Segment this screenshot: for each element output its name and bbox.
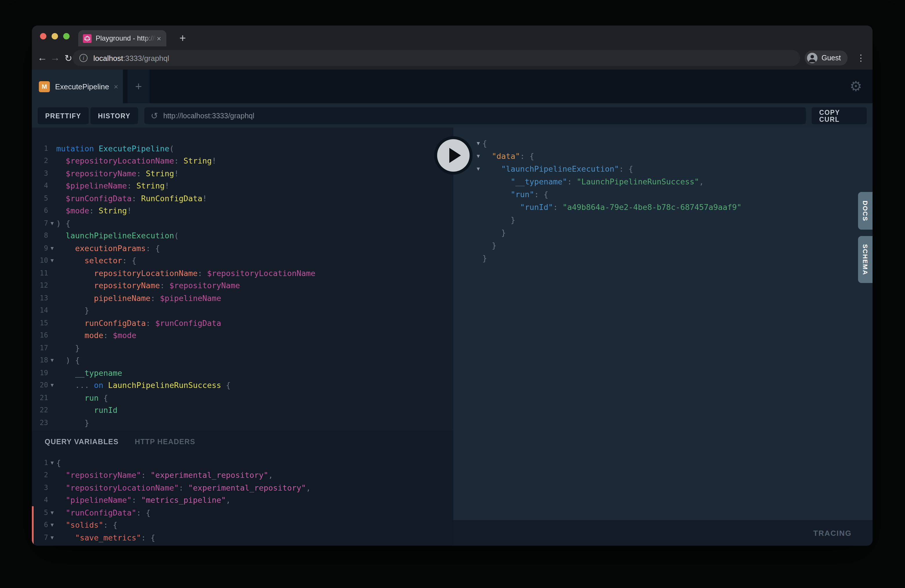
code-line: 7▼) { (32, 217, 453, 229)
line-number: 9 (37, 244, 48, 252)
line-number: 23 (37, 419, 48, 427)
line-number: 8 (37, 232, 48, 240)
line-number: 1 (37, 145, 48, 153)
window-controls (40, 33, 70, 40)
code-line: 3 $repositoryName: String! (32, 167, 453, 180)
schema-side-tab[interactable]: SCHEMA (858, 236, 873, 283)
line-number: 6 (37, 207, 48, 215)
graphql-favicon-icon (83, 34, 92, 43)
fold-arrow-icon[interactable]: ▼ (474, 140, 483, 146)
playground-toolbar: PRETTIFY HISTORY ↺ http://localhost:3333… (32, 103, 873, 127)
play-icon (449, 148, 461, 163)
code-line: 7▼ "save_metrics": { (32, 531, 453, 544)
code-line: ▼ "launchPipelineExecution": { (453, 162, 873, 175)
browser-tab[interactable]: Playground - http://localhost:3 × (78, 30, 167, 46)
code-line: } (453, 239, 873, 252)
prettify-button[interactable]: PRETTIFY (38, 107, 89, 124)
settings-gear-icon[interactable]: ⚙ (849, 70, 862, 103)
line-number: 22 (37, 406, 48, 414)
line-number: 20 (37, 381, 48, 389)
fold-arrow-icon[interactable]: ▼ (48, 522, 56, 528)
fold-arrow-icon[interactable]: ▼ (48, 358, 56, 363)
browser-menu-icon[interactable]: ⋮ (853, 46, 869, 70)
line-number: 2 (37, 157, 48, 165)
fold-arrow-icon[interactable]: ▼ (474, 153, 483, 159)
playground-tab-executepipeline[interactable]: M ExecutePipeline × (32, 70, 123, 103)
line-number: 4 (37, 496, 48, 504)
play-circle (437, 139, 470, 172)
line-number: 10 (37, 257, 48, 265)
line-number: 13 (37, 294, 48, 302)
browser-tab-title: Playground - http://localhost:3 (96, 34, 156, 42)
profile-button[interactable]: Guest (805, 51, 848, 65)
code-line: 16 mode: $mode (32, 329, 453, 342)
playground-tab-bar: M ExecutePipeline × + ⚙ (32, 70, 873, 103)
tab-query-variables[interactable]: QUERY VARIABLES (44, 438, 119, 446)
fold-arrow-icon[interactable]: ▼ (48, 460, 56, 466)
code-line: "runId": "a49b864a-79e2-4be8-b78c-687457… (453, 201, 873, 213)
graphql-playground: M ExecutePipeline × + ⚙ PRETTIFY HISTORY… (32, 70, 873, 546)
code-line: 13 pipelineName: $pipelineName (32, 292, 453, 304)
code-line: "__typename": "LaunchPipelineRunSuccess"… (453, 175, 873, 188)
code-line: 18▼ ) { (32, 354, 453, 367)
endpoint-input[interactable]: ↺ http://localhost:3333/graphql (144, 107, 806, 124)
execute-button[interactable] (434, 136, 473, 175)
minimize-window-button[interactable] (52, 33, 58, 40)
code-line: 5▼ "runConfigData": { (32, 506, 453, 519)
endpoint-history-icon[interactable]: ↺ (151, 110, 158, 121)
line-number: 3 (37, 169, 48, 178)
variables-editor[interactable]: 1▼{2 "repositoryName": "experimental_rep… (32, 453, 453, 544)
line-number: 12 (37, 281, 48, 290)
site-info-icon[interactable]: i (79, 54, 87, 62)
fold-arrow-icon[interactable]: ▼ (48, 220, 56, 226)
new-tab-button[interactable]: + (175, 30, 191, 46)
code-line: 6 $mode: String! (32, 204, 453, 217)
close-window-button[interactable] (40, 33, 46, 40)
code-line: 17 } (32, 342, 453, 354)
copy-curl-button[interactable]: COPY CURL (812, 107, 867, 124)
code-line: 2 $repositoryLocationName: String! (32, 154, 453, 167)
fold-arrow-icon[interactable]: ▼ (48, 383, 56, 388)
line-number: 15 (37, 319, 48, 327)
fold-arrow-icon[interactable]: ▼ (48, 245, 56, 251)
code-line: "run": { (453, 188, 873, 201)
tab-http-headers[interactable]: HTTP HEADERS (135, 438, 195, 446)
code-line: 20▼ ... on LaunchPipelineRunSuccess { (32, 379, 453, 391)
zoom-window-button[interactable] (63, 33, 70, 40)
forward-icon[interactable]: → (48, 46, 62, 70)
url-text: localhost:3333/graphql (93, 54, 169, 62)
playground-tab-title: ExecutePipeline (55, 82, 109, 91)
line-number: 5 (37, 509, 48, 516)
tracing-toggle[interactable]: TRACING (453, 520, 873, 546)
code-line: 3 "repositoryLocationName": "experimenta… (32, 481, 453, 494)
line-number: 2 (37, 471, 48, 479)
response-viewer: ▼{▼ "data": {▼ "launchPipelineExecution"… (453, 137, 873, 264)
fold-arrow-icon[interactable]: ▼ (48, 258, 56, 264)
code-line: 1▼{ (32, 456, 453, 469)
code-line: 8 launchPipelineExecution( (32, 229, 453, 242)
fold-arrow-icon[interactable]: ▼ (48, 510, 56, 515)
query-editor[interactable]: 1mutation ExecutePipeline(2 $repositoryL… (32, 127, 453, 431)
back-icon[interactable]: ← (35, 46, 49, 70)
code-line: ▼ "data": { (453, 149, 873, 162)
code-line: 22 runId (32, 404, 453, 416)
response-pane: ▼{▼ "data": {▼ "launchPipelineExecution"… (453, 127, 873, 546)
playground-new-tab-button[interactable]: + (127, 70, 149, 103)
code-line: 21 run { (32, 391, 453, 404)
mutation-badge: M (39, 81, 50, 92)
variables-pane-tabs: QUERY VARIABLES HTTP HEADERS (32, 431, 453, 453)
playground-tab-close-icon[interactable]: × (114, 82, 118, 91)
line-number: 17 (37, 344, 48, 352)
variables-pane: QUERY VARIABLES HTTP HEADERS 1▼{2 "repos… (32, 431, 453, 546)
tab-close-icon[interactable]: × (156, 35, 162, 42)
fold-arrow-icon[interactable]: ▼ (474, 166, 483, 172)
code-line: 14 } (32, 304, 453, 316)
address-bar[interactable]: i localhost:3333/graphql (73, 50, 800, 66)
code-line: 6▼ "solids": { (32, 519, 453, 531)
line-number: 19 (37, 369, 48, 377)
browser-url-bar: ← → ↻ i localhost:3333/graphql Guest ⋮ (32, 46, 873, 70)
docs-side-tab[interactable]: DOCS (858, 192, 873, 230)
fold-arrow-icon[interactable]: ▼ (48, 535, 56, 540)
history-button[interactable]: HISTORY (90, 107, 138, 124)
line-number: 14 (37, 307, 48, 315)
